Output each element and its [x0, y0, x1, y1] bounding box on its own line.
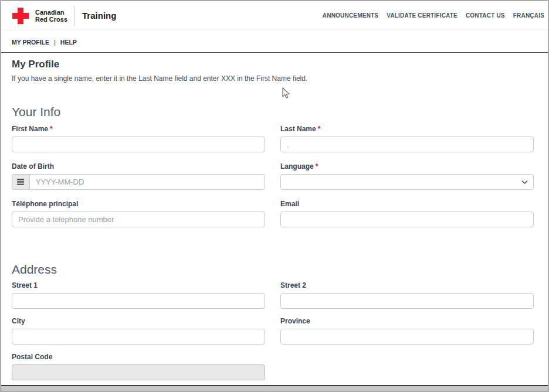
- brand-name: Canadian Red Cross: [35, 9, 67, 23]
- field-first-name: First Name*: [12, 125, 265, 152]
- field-street1: Street 1: [12, 281, 265, 309]
- subnav-separator: |: [54, 39, 56, 46]
- field-language: Language*: [280, 162, 534, 190]
- red-cross-logo-icon: [12, 7, 29, 25]
- street1-input[interactable]: [12, 293, 265, 309]
- nav-contact-us[interactable]: CONTACT US: [466, 12, 505, 19]
- date-of-birth-label: Date of Birth: [12, 162, 265, 171]
- grid-spacer: [280, 353, 534, 380]
- sub-nav: MY PROFILE | HELP: [1, 30, 548, 52]
- last-name-label: Last Name*: [280, 125, 534, 133]
- required-asterisk: *: [50, 125, 53, 133]
- province-label: Province: [280, 317, 534, 325]
- phone-input[interactable]: [12, 212, 265, 227]
- last-name-input[interactable]: [280, 137, 534, 152]
- nav-announcements[interactable]: ANNOUNCEMENTS: [323, 12, 378, 19]
- subnav-my-profile[interactable]: MY PROFILE: [12, 39, 49, 46]
- field-date-of-birth: Date of Birth: [12, 162, 265, 190]
- field-postal-code: Postal Code: [12, 353, 265, 380]
- nav-francais[interactable]: FRANÇAIS: [513, 12, 544, 19]
- city-label: City: [12, 317, 265, 325]
- postal-code-input[interactable]: [12, 364, 265, 380]
- field-email: Email: [280, 200, 534, 227]
- street1-label: Street 1: [12, 281, 265, 289]
- language-label: Language*: [280, 162, 534, 171]
- top-header: Canadian Red Cross Training ANNOUNCEMENT…: [1, 1, 548, 30]
- required-asterisk: *: [318, 125, 321, 133]
- section-title-address: Address: [12, 263, 534, 277]
- postal-code-label: Postal Code: [12, 353, 265, 361]
- brand: Canadian Red Cross Training: [12, 6, 116, 26]
- browser-viewport: Canadian Red Cross Training ANNOUNCEMENT…: [0, 0, 549, 392]
- chevron-down-icon: [521, 180, 528, 184]
- product-name: Training: [82, 11, 116, 21]
- language-select[interactable]: [280, 174, 534, 190]
- street2-label: Street 2: [280, 281, 534, 289]
- field-street2: Street 2: [280, 281, 534, 309]
- field-phone: Téléphone principal: [12, 200, 265, 227]
- required-asterisk: *: [316, 162, 318, 171]
- section-title-your-info: Your Info: [12, 105, 534, 119]
- field-city: City: [12, 317, 265, 345]
- calendar-icon: [16, 177, 25, 188]
- your-info-grid: First Name* Last Name* Date of Birth: [12, 125, 534, 227]
- nav-validate-certificate[interactable]: VALIDATE CERTIFICATE: [387, 12, 458, 19]
- first-name-label: First Name*: [12, 125, 265, 133]
- field-last-name: Last Name*: [280, 125, 534, 152]
- date-of-birth-input[interactable]: [29, 174, 265, 190]
- subnav-help[interactable]: HELP: [60, 39, 77, 46]
- date-input-group: [12, 174, 265, 190]
- window-bottom-edge: [1, 385, 548, 391]
- page-title: My Profile: [12, 59, 534, 70]
- header-divider: [1, 52, 548, 53]
- brand-divider: [74, 6, 75, 26]
- phone-label: Téléphone principal: [12, 200, 265, 208]
- field-province: Province: [280, 317, 534, 345]
- province-input[interactable]: [280, 329, 534, 345]
- top-nav: ANNOUNCEMENTS VALIDATE CERTIFICATE CONTA…: [323, 12, 544, 19]
- city-input[interactable]: [12, 329, 265, 345]
- email-label: Email: [280, 200, 534, 208]
- calendar-picker-button[interactable]: [12, 174, 29, 190]
- first-name-input[interactable]: [12, 137, 265, 152]
- page-description: If you have a single name, enter it in t…: [12, 74, 534, 83]
- street2-input[interactable]: [280, 293, 534, 309]
- main-content: My Profile If you have a single name, en…: [1, 59, 548, 380]
- address-grid: Street 1 Street 2 City Province Postal C…: [12, 281, 534, 380]
- email-input[interactable]: [280, 212, 534, 227]
